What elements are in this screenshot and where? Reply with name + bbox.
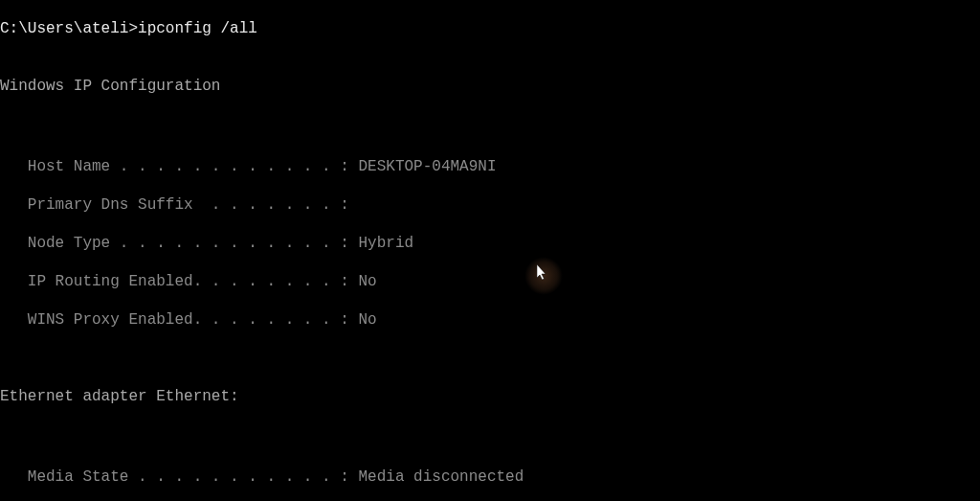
command-prompt: C:\Users\ateli>ipconfig /all [0, 19, 980, 38]
config-line: Host Name . . . . . . . . . . . . : DESK… [0, 157, 980, 176]
section-header-ethernet: Ethernet adapter Ethernet: [0, 387, 980, 406]
config-line: WINS Proxy Enabled. . . . . . . . : No [0, 310, 980, 330]
config-line: Media State . . . . . . . . . . . : Medi… [0, 467, 980, 487]
config-line: Node Type . . . . . . . . . . . . : Hybr… [0, 234, 980, 253]
config-line: IP Routing Enabled. . . . . . . . : No [0, 272, 980, 291]
prompt-text: C:\Users\ateli>ipconfig /all [0, 20, 257, 37]
section-header-ipconfig: Windows IP Configuration [0, 77, 980, 96]
terminal-output: C:\Users\ateli>ipconfig /all Windows IP … [0, 0, 980, 501]
config-line: Primary Dns Suffix . . . . . . . : [0, 195, 980, 215]
